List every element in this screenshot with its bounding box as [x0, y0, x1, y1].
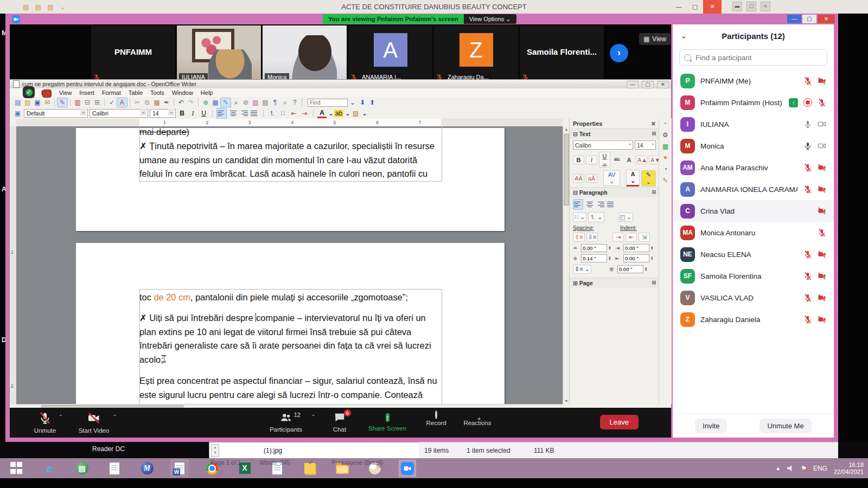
- video-tile-0[interactable]: PNFAIMM: [91, 25, 175, 83]
- section-menu-icon[interactable]: ⊟: [652, 131, 656, 137]
- props-bullet-list[interactable]: ∷ ⌄: [573, 213, 586, 222]
- styles-tab-icon[interactable]: ✦: [659, 154, 672, 162]
- props-highlight-button[interactable]: ✎ ⌄: [641, 170, 656, 187]
- reactions-button[interactable]: + Reactions: [458, 412, 497, 426]
- participant-row[interactable]: AM Ana Maria Paraschiv: [673, 157, 834, 178]
- paste-icon[interactable]: ▦: [152, 98, 162, 107]
- participants-button[interactable]: 12 ⌃ Participants: [264, 412, 308, 433]
- functions-tab-icon[interactable]: ✎: [659, 177, 672, 184]
- record-button[interactable]: Record: [420, 412, 452, 426]
- bold-button[interactable]: B: [177, 110, 187, 117]
- video-tile-5[interactable]: Samoila Florenti...: [520, 25, 604, 83]
- section-menu-icon[interactable]: ⊟: [652, 189, 656, 196]
- gallery-icon[interactable]: ▧: [251, 98, 260, 107]
- copy-icon[interactable]: ⧉: [142, 98, 152, 107]
- background-color-dropdown[interactable]: ⌄: [362, 110, 366, 117]
- edit-file-icon[interactable]: ✎: [57, 98, 68, 107]
- participant-row[interactable]: SF Samoila Florentina: [673, 265, 834, 287]
- paragraph-style-combo[interactable]: Default: [24, 109, 88, 118]
- indent-decrease-icon[interactable]: ⇤: [626, 233, 637, 242]
- justify-button[interactable]: [250, 108, 259, 118]
- share-screen-button[interactable]: ↑ Share Screen: [362, 412, 412, 432]
- leave-button[interactable]: Leave: [600, 415, 639, 429]
- document-area[interactable]: mai departe) ✗ Ținută nepotrivită – în m…: [16, 126, 563, 404]
- zoom-icon[interactable]: ⌕: [280, 98, 290, 107]
- spacing-below-input[interactable]: [581, 254, 607, 262]
- unmute-me-button[interactable]: Unmute Me: [760, 419, 811, 433]
- zoom-maximize-button[interactable]: ▢: [802, 15, 816, 23]
- cut-icon[interactable]: ✂: [132, 98, 142, 107]
- props-shadow-button[interactable]: A: [624, 156, 634, 164]
- spacing-above-icon[interactable]: ⇧≡: [573, 233, 585, 242]
- find-input[interactable]: [308, 99, 348, 107]
- props-align-right[interactable]: [596, 200, 605, 209]
- taskbar-icon-globe[interactable]: ▤: [74, 460, 90, 476]
- redo-icon[interactable]: ↷: [186, 98, 196, 107]
- props-spacing-button[interactable]: AV ⌄: [603, 170, 620, 186]
- props-area-fill[interactable]: ◰ ⌄: [618, 213, 634, 222]
- font-color-dropdown[interactable]: ⌄: [328, 110, 333, 117]
- menu-view[interactable]: View: [59, 89, 72, 96]
- panel-collapse-icon[interactable]: ⌄: [680, 31, 687, 41]
- properties-tab-icon[interactable]: ⚙: [659, 131, 672, 139]
- participant-row[interactable]: P PNFAIMM (Me): [673, 70, 834, 92]
- hyperlink-icon[interactable]: ⊕: [201, 98, 210, 107]
- props-increase-font-button[interactable]: A▲: [636, 156, 647, 164]
- document-page-1[interactable]: mai departe) ✗ Ținută nepotrivită – în m…: [76, 128, 505, 231]
- writer-close-button[interactable]: ✕: [657, 81, 669, 88]
- paragraph-section-header[interactable]: ⊟ Paragraph: [573, 189, 608, 196]
- participant-row[interactable]: C Crina Vlad: [673, 200, 834, 222]
- participant-search[interactable]: [679, 49, 827, 66]
- draw-functions-icon[interactable]: ✎: [220, 98, 231, 107]
- document-page-2[interactable]: toc de 20 cm, pantalonii din piele mulaț…: [76, 243, 505, 404]
- text-section-header[interactable]: ⊟ Text: [573, 131, 591, 137]
- properties-close-icon[interactable]: ✕: [651, 120, 656, 127]
- participant-row[interactable]: M Monica: [673, 135, 834, 157]
- zoom-minimize-button[interactable]: —: [787, 15, 801, 23]
- action-center-icon[interactable]: ⚑: [801, 465, 807, 472]
- spacing-above-input[interactable]: [581, 244, 607, 252]
- background-color-button[interactable]: ▧: [351, 110, 360, 117]
- horizontal-ruler[interactable]: 1234567: [16, 119, 563, 126]
- save-icon[interactable]: ▣: [33, 98, 42, 107]
- format-paintbrush-icon[interactable]: ✒: [162, 98, 171, 107]
- video-tile-1[interactable]: IULIANA: [177, 25, 261, 83]
- highlight-button[interactable]: ab: [334, 110, 343, 117]
- line-spacing-button[interactable]: ⇕≡ ⌄: [573, 265, 591, 274]
- font-color-button[interactable]: A: [317, 109, 327, 118]
- participant-row[interactable]: A ANAMARIA IONELA CARAMANGIU: [673, 178, 834, 200]
- chevron-up-icon[interactable]: ⌃: [311, 414, 316, 420]
- underline-button[interactable]: U: [199, 110, 208, 117]
- help-icon[interactable]: ?: [290, 98, 299, 107]
- datasources-icon[interactable]: ▤: [260, 98, 270, 107]
- export-pdf-icon[interactable]: ▥: [73, 98, 82, 107]
- email-icon[interactable]: ✉: [42, 98, 52, 107]
- props-italic-button[interactable]: I: [586, 156, 597, 164]
- file-name-label[interactable]: (1).jpg: [264, 447, 282, 454]
- menu-window[interactable]: Window: [172, 89, 193, 96]
- props-bold-button[interactable]: B: [573, 156, 584, 164]
- find-next-icon[interactable]: ⬇: [358, 98, 367, 107]
- indent-first-input[interactable]: [617, 265, 643, 273]
- align-left-button[interactable]: [216, 108, 227, 119]
- menu-table[interactable]: Table: [129, 89, 143, 96]
- menu-format[interactable]: Format: [102, 89, 121, 96]
- indent-first-icon[interactable]: ⇲: [639, 233, 650, 242]
- bullet-list-button[interactable]: ∷: [278, 110, 288, 117]
- indent-after-input[interactable]: [623, 254, 649, 262]
- font-size-combo[interactable]: 14: [150, 109, 176, 118]
- writer-maximize-button[interactable]: ▢: [642, 81, 654, 88]
- scrollbar-fragment[interactable]: ▴▾: [211, 444, 219, 457]
- props-uppercase-button[interactable]: AÂ: [573, 174, 584, 183]
- decrease-indent-button[interactable]: ⇤: [289, 110, 298, 117]
- props-lowercase-button[interactable]: aÂ: [586, 174, 597, 183]
- clock[interactable]: 16:1822/04/2021: [834, 461, 864, 476]
- find-previous-icon[interactable]: ⬆: [367, 98, 377, 107]
- props-size-combo[interactable]: 14: [635, 140, 656, 150]
- search-input[interactable]: [694, 53, 822, 62]
- taskbar-icon-word[interactable]: W: [171, 460, 188, 476]
- new-doc-icon[interactable]: ▤: [13, 98, 23, 107]
- participant-row[interactable]: V VASILICA VLAD: [673, 287, 834, 309]
- writer-minimize-button[interactable]: —: [627, 81, 639, 88]
- props-justify[interactable]: [607, 200, 616, 209]
